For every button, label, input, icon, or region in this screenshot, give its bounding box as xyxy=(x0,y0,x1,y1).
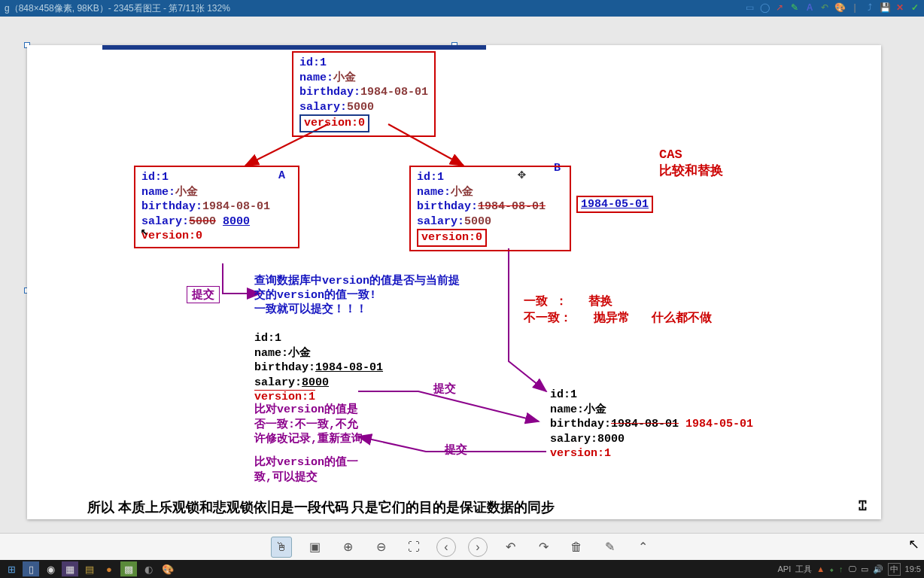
check-icon[interactable]: ✓ xyxy=(909,2,921,14)
mouse-cursor-icon: ↖ xyxy=(908,536,919,552)
redo-icon[interactable]: ↷ xyxy=(533,537,554,558)
tray-ime-label[interactable]: 中 xyxy=(888,563,901,576)
fit-icon[interactable]: ⛶ xyxy=(403,537,424,558)
app-icon[interactable]: ▤ xyxy=(81,561,98,576)
separator: | xyxy=(849,2,861,14)
record-mid: id:1 name:小金 birthday:1984-08-01 salary:… xyxy=(254,331,383,405)
query-note: 查询数据库中version的值是否与当前提 交的version的值一致! 一致就… xyxy=(254,275,460,317)
app-icon[interactable]: ● xyxy=(101,561,117,576)
annotation-toolbar: ▭ ◯ ↗ ✎ A ↶ 🎨 | ⤴ 💾 ✕ ✓ xyxy=(743,2,921,14)
tray-icon[interactable]: ▲ xyxy=(816,564,825,573)
cursor-arrow-icon: ↖ xyxy=(141,224,148,239)
diagram: id:1 name:小金 birthday:1984-08-01 salary:… xyxy=(27,45,881,519)
submit-label-3: 提交 xyxy=(445,443,467,457)
arrow-tool-icon[interactable]: ↗ xyxy=(774,2,786,14)
zoom-in-icon[interactable]: ⊕ xyxy=(337,537,358,558)
tray-volume-icon[interactable]: 🔊 xyxy=(873,564,883,574)
next-image-icon[interactable]: › xyxy=(468,537,488,557)
image-page: id:1 name:小金 birthday:1984-08-01 salary:… xyxy=(27,45,881,519)
cas-label: CAS 比较和替换 xyxy=(659,147,723,180)
start-button-icon[interactable]: ⊞ xyxy=(3,561,20,576)
delete-icon[interactable]: 🗑 xyxy=(566,537,587,558)
canvas-area[interactable]: id:1 name:小金 birthday:1984-08-01 salary:… xyxy=(0,17,924,534)
chrome-icon[interactable]: ◉ xyxy=(42,561,59,576)
edit-icon[interactable]: ✎ xyxy=(599,537,620,558)
tray-clock[interactable]: 19:5 xyxy=(905,564,921,573)
system-tray: API 工具 ▲ ⬥ ↑ 🖵 ▭ 🔊 中 19:5 xyxy=(777,563,921,576)
new-date-b: 1984-05-01 xyxy=(576,196,653,213)
circle-tool-icon[interactable]: ◯ xyxy=(758,2,771,14)
tray-monitor-icon[interactable]: 🖵 xyxy=(848,564,856,573)
rotate-tool-icon[interactable]: ↶ xyxy=(819,2,831,14)
tray-battery-icon[interactable]: ▭ xyxy=(861,564,868,574)
text-tool-icon[interactable]: A xyxy=(804,2,816,14)
palette-tool-icon[interactable]: 🎨 xyxy=(834,2,846,14)
tray-api-label[interactable]: API xyxy=(777,564,791,573)
summary-text: 所以 本质上乐观锁和悲观锁依旧是一段代码 只是它们的目的是保证数据的同步 xyxy=(87,498,555,516)
more-icon[interactable]: ⌃ xyxy=(632,537,653,558)
save-icon[interactable]: 💾 xyxy=(879,2,891,14)
compare-fail-note: 比对version的值是 否一致:不一致,不允 许修改记录,重新查询 xyxy=(254,403,363,447)
brush-tool-icon[interactable]: ✎ xyxy=(789,2,801,14)
share-icon[interactable]: ⤴ xyxy=(864,2,876,14)
record-box-b: id:1 name:小金 birthday:1984-08-01 salary:… xyxy=(409,166,571,251)
zoom-out-icon[interactable]: ⊖ xyxy=(370,537,391,558)
text-cursor-icon: Ɪ xyxy=(859,497,866,514)
undo-icon[interactable]: ↶ xyxy=(500,537,521,558)
compare-ok-note: 比对version的值一 致,可以提交 xyxy=(254,455,358,485)
tray-icon[interactable]: ⬥ xyxy=(829,564,834,573)
submit-label-2: 提交 xyxy=(433,382,456,396)
outcome-note: 一致 ： 替换 不一致： 抛异常 什么都不做 xyxy=(524,294,712,327)
taskview-icon[interactable]: ▯ xyxy=(23,561,39,576)
windows-taskbar: ⊞ ▯ ◉ ▦ ▤ ● ▩ ◐ 🎨 API 工具 ▲ ⬥ ↑ 🖵 ▭ 🔊 中 1… xyxy=(0,560,924,578)
window-title: g（848×458像素, 98KB）- 2345看图王 - 第7/11张 132… xyxy=(5,3,230,14)
paint-icon[interactable]: 🎨 xyxy=(160,561,176,576)
tray-tools-label[interactable]: 工具 xyxy=(795,564,812,575)
record-box-top: id:1 name:小金 birthday:1984-08-01 salary:… xyxy=(292,51,436,137)
image-viewer-icon[interactable]: ▩ xyxy=(120,561,137,576)
move-cursor-icon: ✥ xyxy=(518,166,526,182)
close-icon[interactable]: ✕ xyxy=(894,2,906,14)
app-icon[interactable]: ◐ xyxy=(140,561,157,576)
record-right: id:1 name:小金 birthday:1984-08-01 1984-05… xyxy=(550,388,753,461)
crop-icon[interactable]: ▣ xyxy=(304,537,325,558)
record-box-a: id:1 name:小金 birthday:1984-08-01 salary:… xyxy=(134,166,299,248)
title-bar: g（848×458像素, 98KB）- 2345看图王 - 第7/11张 132… xyxy=(0,0,924,17)
ide-icon[interactable]: ▦ xyxy=(62,561,78,576)
submit-label-1: 提交 xyxy=(187,286,220,303)
rect-tool-icon[interactable]: ▭ xyxy=(743,2,755,14)
pointer-tool-icon[interactable]: 🖱 xyxy=(271,537,292,558)
tray-network-icon[interactable]: ↑ xyxy=(839,564,843,573)
viewer-toolbar: 🖱 ▣ ⊕ ⊖ ⛶ ‹ › ↶ ↷ 🗑 ✎ ⌃ xyxy=(0,533,924,560)
prev-image-icon[interactable]: ‹ xyxy=(436,537,456,557)
